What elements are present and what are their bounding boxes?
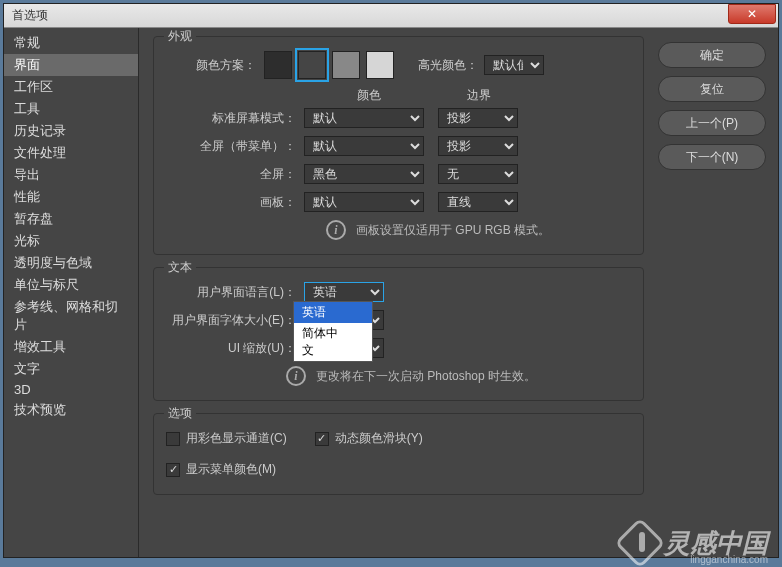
screen-mode-border-select-1[interactable]: 投影 — [438, 136, 518, 156]
sidebar-item-11[interactable]: 单位与标尺 — [4, 274, 138, 296]
sidebar-item-12[interactable]: 参考线、网格和切片 — [4, 296, 138, 336]
text-group: 文本 用户界面语言(L)： 英语 英语简体中文 用户界面字体大小(E)： 中 U… — [153, 267, 644, 401]
screen-mode-color-select-3[interactable]: 默认 — [304, 192, 424, 212]
show-channels-checkbox[interactable]: 用彩色显示通道(C) — [166, 430, 287, 447]
show-menu-colors-checkbox[interactable]: 显示菜单颜色(M) — [166, 461, 276, 478]
border-column-header: 边界 — [434, 87, 524, 104]
column-headers: 颜色 边界 — [304, 87, 631, 104]
ui-language-dropdown: 英语简体中文 — [293, 301, 373, 362]
window-title: 首选项 — [12, 7, 728, 24]
ui-language-label: 用户界面语言(L)： — [166, 284, 296, 301]
ui-language-select[interactable]: 英语 — [304, 282, 384, 302]
titlebar: 首选项 ✕ — [4, 4, 778, 28]
highlight-color-label: 高光颜色： — [418, 57, 478, 74]
sidebar-item-10[interactable]: 透明度与色域 — [4, 252, 138, 274]
checkbox-icon — [315, 432, 329, 446]
screen-mode-border-select-3[interactable]: 直线 — [438, 192, 518, 212]
dialog-buttons: 确定 复位 上一个(P) 下一个(N) — [658, 28, 778, 557]
sidebar-item-14[interactable]: 文字 — [4, 358, 138, 380]
screen-mode-label-3: 画板： — [166, 194, 296, 211]
show-menu-colors-label: 显示菜单颜色(M) — [186, 461, 276, 478]
screen-mode-label-0: 标准屏幕模式： — [166, 110, 296, 127]
sidebar-item-7[interactable]: 性能 — [4, 186, 138, 208]
checkbox-icon — [166, 432, 180, 446]
screen-mode-color-select-1[interactable]: 默认 — [304, 136, 424, 156]
info-icon: i — [286, 366, 306, 386]
appearance-info-text: 画板设置仅适用于 GPU RGB 模式。 — [356, 222, 550, 239]
sidebar-item-3[interactable]: 工具 — [4, 98, 138, 120]
appearance-legend: 外观 — [164, 28, 196, 45]
sidebar-item-1[interactable]: 界面 — [4, 54, 138, 76]
dynamic-sliders-checkbox[interactable]: 动态颜色滑块(Y) — [315, 430, 423, 447]
color-column-header: 颜色 — [304, 87, 434, 104]
sidebar-item-4[interactable]: 历史记录 — [4, 120, 138, 142]
text-info-text: 更改将在下一次启动 Photoshop 时生效。 — [316, 368, 536, 385]
category-sidebar: 常规界面工作区工具历史记录文件处理导出性能暂存盘光标透明度与色域单位与标尺参考线… — [4, 28, 139, 557]
sidebar-item-15[interactable]: 3D — [4, 380, 138, 399]
preferences-window: 首选项 ✕ 常规界面工作区工具历史记录文件处理导出性能暂存盘光标透明度与色域单位… — [3, 3, 779, 558]
screen-mode-border-select-0[interactable]: 投影 — [438, 108, 518, 128]
options-group: 选项 用彩色显示通道(C) 动态颜色滑块(Y) 显示菜单颜色(M) — [153, 413, 644, 495]
color-swatch-0[interactable] — [264, 51, 292, 79]
color-swatch-3[interactable] — [366, 51, 394, 79]
dynamic-sliders-label: 动态颜色滑块(Y) — [335, 430, 423, 447]
screen-mode-color-select-2[interactable]: 黑色 — [304, 164, 424, 184]
screen-mode-color-select-0[interactable]: 默认 — [304, 108, 424, 128]
color-swatch-1[interactable] — [298, 51, 326, 79]
sidebar-item-2[interactable]: 工作区 — [4, 76, 138, 98]
color-scheme-label: 颜色方案： — [166, 57, 256, 74]
screen-mode-border-select-2[interactable]: 无 — [438, 164, 518, 184]
screen-mode-label-2: 全屏： — [166, 166, 296, 183]
sidebar-item-9[interactable]: 光标 — [4, 230, 138, 252]
sidebar-item-0[interactable]: 常规 — [4, 32, 138, 54]
ui-scaling-label: UI 缩放(U)： — [166, 340, 296, 357]
screen-mode-label-1: 全屏（带菜单）： — [166, 138, 296, 155]
sidebar-item-5[interactable]: 文件处理 — [4, 142, 138, 164]
appearance-info: i 画板设置仅适用于 GPU RGB 模式。 — [326, 220, 631, 240]
text-info: i 更改将在下一次启动 Photoshop 时生效。 — [286, 366, 631, 386]
reset-button[interactable]: 复位 — [658, 76, 766, 102]
info-icon: i — [326, 220, 346, 240]
close-icon: ✕ — [747, 7, 757, 21]
next-button[interactable]: 下一个(N) — [658, 144, 766, 170]
appearance-group: 外观 颜色方案： 高光颜色： 默认值 颜色 边界 标准屏幕模式：默认投影全屏（带… — [153, 36, 644, 255]
language-option-0[interactable]: 英语 — [294, 302, 372, 323]
language-option-1[interactable]: 简体中文 — [294, 323, 372, 361]
close-button[interactable]: ✕ — [728, 4, 776, 24]
main-panel: 外观 颜色方案： 高光颜色： 默认值 颜色 边界 标准屏幕模式：默认投影全屏（带… — [139, 28, 658, 557]
ok-button[interactable]: 确定 — [658, 42, 766, 68]
dialog-body: 常规界面工作区工具历史记录文件处理导出性能暂存盘光标透明度与色域单位与标尺参考线… — [4, 28, 778, 557]
sidebar-item-13[interactable]: 增效工具 — [4, 336, 138, 358]
prev-button[interactable]: 上一个(P) — [658, 110, 766, 136]
ui-font-size-label: 用户界面字体大小(E)： — [166, 312, 296, 329]
highlight-color-select[interactable]: 默认值 — [484, 55, 544, 75]
show-channels-label: 用彩色显示通道(C) — [186, 430, 287, 447]
checkbox-icon — [166, 463, 180, 477]
sidebar-item-8[interactable]: 暂存盘 — [4, 208, 138, 230]
sidebar-item-6[interactable]: 导出 — [4, 164, 138, 186]
color-swatch-2[interactable] — [332, 51, 360, 79]
sidebar-item-16[interactable]: 技术预览 — [4, 399, 138, 421]
options-legend: 选项 — [164, 405, 196, 422]
text-legend: 文本 — [164, 259, 196, 276]
color-scheme-swatches — [264, 51, 394, 79]
